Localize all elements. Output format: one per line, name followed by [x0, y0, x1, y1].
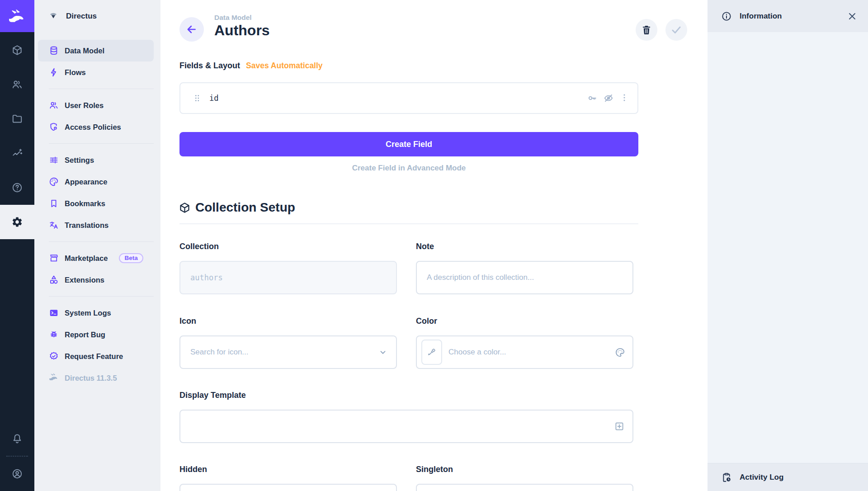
primary-key-icon — [587, 93, 598, 104]
nav-divider — [49, 241, 154, 242]
info-sidebar-header: Information — [708, 0, 868, 32]
people-icon — [11, 79, 23, 90]
nav-item-translations[interactable]: Translations — [38, 214, 154, 236]
nav-item-system-logs[interactable]: System Logs — [38, 302, 154, 324]
nav-item-version: Directus 11.3.5 — [38, 367, 154, 389]
project-name: Directus — [66, 12, 97, 21]
module-help-button[interactable] — [0, 170, 34, 205]
nav-item-label: Settings — [65, 156, 94, 165]
icon-select-wrap — [179, 335, 397, 369]
nav-item-request-feature[interactable]: Request Feature — [38, 345, 154, 367]
trash-icon — [641, 24, 652, 35]
tune-icon — [49, 155, 59, 165]
directus-logo[interactable] — [0, 0, 34, 32]
module-settings-button[interactable] — [0, 205, 34, 239]
add-field-plus-icon[interactable] — [613, 420, 625, 432]
singleton-label: Singleton — [416, 465, 633, 474]
field-options-kebab-icon[interactable] — [619, 93, 630, 104]
nav-item-label: System Logs — [65, 309, 111, 317]
activity-log-icon — [721, 472, 732, 483]
nav-item-label: Data Model — [65, 47, 104, 55]
display-template-input[interactable] — [180, 422, 632, 431]
nav-item-report-bug[interactable]: Report Bug — [38, 324, 154, 345]
nav-item-extensions[interactable]: Extensions — [38, 269, 154, 291]
project-header[interactable]: Directus — [34, 0, 160, 32]
activity-log-button[interactable]: Activity Log — [708, 463, 868, 491]
collection-setup-title: Collection Setup — [195, 200, 295, 215]
display-template-label: Display Template — [179, 391, 633, 400]
create-field-advanced-link[interactable]: Create Field in Advanced Mode — [179, 164, 638, 173]
box-icon — [11, 44, 23, 56]
close-icon[interactable] — [846, 10, 858, 22]
bell-icon — [11, 433, 23, 445]
info-icon — [721, 11, 732, 22]
nav-item-label: Bookmarks — [65, 199, 105, 208]
fields-layout-label: Fields & Layout — [179, 61, 240, 71]
nav-item-settings[interactable]: Settings — [38, 149, 154, 171]
collection-input[interactable] — [180, 273, 396, 282]
translate-icon — [49, 220, 59, 230]
people-icon — [49, 100, 59, 110]
nav-item-user-roles[interactable]: User Roles — [38, 94, 154, 116]
project-status-icon — [48, 11, 59, 22]
nav-divider — [49, 296, 154, 297]
create-field-button[interactable]: Create Field — [179, 132, 638, 156]
arrow-left-icon — [186, 24, 198, 35]
note-label: Note — [416, 242, 633, 251]
module-insights-button[interactable] — [0, 136, 34, 170]
palette-icon[interactable] — [615, 347, 625, 358]
drag-handle-icon[interactable] — [192, 93, 202, 103]
module-files-button[interactable] — [0, 102, 34, 136]
field-row-id[interactable]: id — [179, 82, 638, 114]
color-input-wrap — [416, 335, 633, 369]
section-divider — [179, 223, 638, 224]
nav-item-access-policies[interactable]: Access Policies — [38, 116, 154, 138]
icon-label: Icon — [179, 316, 397, 326]
note-input-wrap — [416, 261, 633, 294]
module-bar — [0, 0, 34, 491]
hidden-input-wrap[interactable] — [179, 484, 397, 491]
gear-icon — [11, 216, 23, 228]
singleton-input-wrap[interactable] — [416, 484, 633, 491]
field-name: id — [209, 94, 218, 103]
storefront-icon — [49, 253, 59, 263]
palette-icon — [49, 177, 59, 187]
save-button[interactable] — [665, 19, 687, 41]
nav-item-label: Access Policies — [65, 123, 121, 132]
back-button[interactable] — [179, 17, 204, 42]
module-users-button[interactable] — [0, 67, 34, 102]
autosave-label: Saves Automatically — [246, 61, 323, 71]
beta-badge: Beta — [119, 253, 143, 263]
version-label: Directus 11.3.5 — [65, 374, 117, 382]
nav-item-label: Request Feature — [65, 352, 123, 361]
breadcrumb[interactable]: Data Model — [214, 14, 270, 22]
notifications-button[interactable] — [0, 422, 34, 456]
account-circle-icon — [11, 468, 23, 480]
eyedropper-button[interactable] — [421, 340, 442, 365]
hidden-eye-off-icon[interactable] — [603, 93, 614, 104]
icon-search-input[interactable] — [180, 348, 396, 357]
shield-user-icon — [49, 122, 59, 132]
color-label: Color — [416, 316, 633, 326]
nav-list: Data Model Flows User Roles Access Pol — [34, 40, 160, 389]
box-icon — [179, 202, 191, 214]
rabbit-logo-icon — [8, 9, 26, 23]
nav-item-marketplace[interactable]: Marketplace Beta — [38, 247, 154, 269]
directus-app: Directus Data Model Flows User Rol — [0, 0, 868, 491]
nav-item-flows[interactable]: Flows — [38, 61, 154, 83]
user-menu-button[interactable] — [0, 457, 34, 491]
page-title: Authors — [214, 22, 270, 39]
nav-item-bookmarks[interactable]: Bookmarks — [38, 193, 154, 214]
nav-item-label: User Roles — [65, 101, 104, 110]
delete-collection-button[interactable] — [636, 19, 657, 41]
nav-item-label: Flows — [65, 68, 86, 77]
module-content-button[interactable] — [0, 33, 34, 67]
nav-item-label: Appearance — [65, 178, 107, 186]
insights-icon — [11, 147, 23, 159]
nav-item-appearance[interactable]: Appearance — [38, 171, 154, 193]
nav-item-data-model[interactable]: Data Model — [38, 40, 154, 61]
rabbit-icon — [49, 373, 59, 383]
color-input[interactable] — [442, 348, 632, 357]
note-input[interactable] — [417, 273, 632, 282]
feature-badge-icon — [49, 351, 59, 361]
